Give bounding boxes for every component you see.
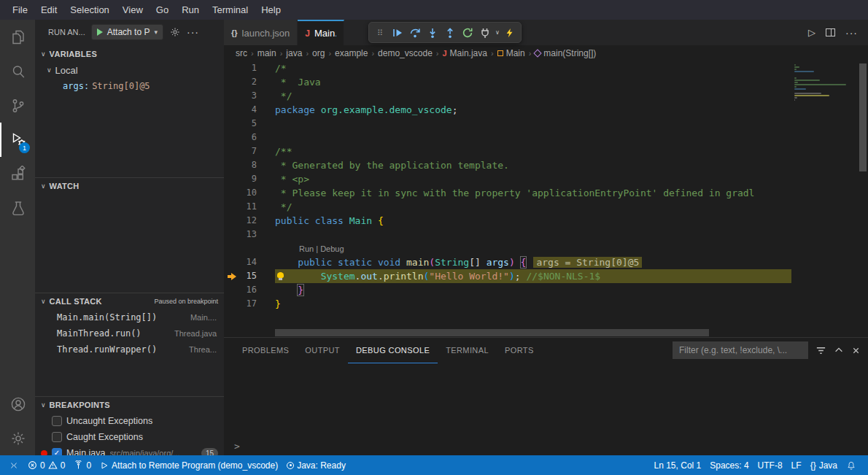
- line-number[interactable]: 1: [240, 61, 257, 75]
- line-number[interactable]: 14: [240, 255, 257, 269]
- step-out-button[interactable]: [441, 23, 459, 42]
- ports-status[interactable]: 0: [69, 455, 96, 475]
- cursor-position[interactable]: Ln 15, Col 1: [650, 455, 706, 475]
- variable-row[interactable]: args: String[0]@5: [35, 78, 224, 94]
- line-text[interactable]: */: [275, 89, 791, 103]
- breadcrumb-item[interactable]: demo_vscode: [376, 48, 434, 58]
- source-control-icon[interactable]: [0, 88, 35, 123]
- code-area[interactable]: 1/*2 * Java3 */4package org.example.demo…: [224, 61, 791, 327]
- line-text[interactable]: public static void main(String[] args) {…: [275, 255, 791, 269]
- problems-status[interactable]: 0 0: [23, 455, 69, 475]
- breakpoints-header[interactable]: ∨ BREAKPOINTS: [35, 397, 224, 413]
- line-number[interactable]: 10: [240, 186, 257, 200]
- scope-local[interactable]: ∨ Local: [35, 62, 224, 78]
- line-number[interactable]: 16: [240, 283, 257, 297]
- call-stack-header[interactable]: ∨ CALL STACK Paused on breakpoint: [35, 293, 224, 309]
- line-number[interactable]: 17: [240, 297, 257, 311]
- gutter-glyph[interactable]: [224, 75, 240, 89]
- gutter-glyph[interactable]: [224, 117, 240, 131]
- line-text[interactable]: }: [275, 297, 791, 311]
- testing-icon[interactable]: [0, 191, 35, 225]
- gutter-glyph[interactable]: [224, 214, 240, 228]
- continue-button[interactable]: [389, 23, 406, 42]
- java-status[interactable]: Java: Ready: [282, 455, 350, 475]
- line-text[interactable]: }: [275, 283, 791, 297]
- breadcrumb-item[interactable]: example: [333, 48, 369, 58]
- horizontal-scrollbar[interactable]: [275, 329, 791, 336]
- line-number[interactable]: 5: [240, 117, 257, 131]
- stack-frame[interactable]: MainThread.run()Thread.java: [35, 325, 224, 341]
- line-number[interactable]: 9: [240, 172, 257, 186]
- line-number[interactable]: 6: [240, 131, 257, 144]
- step-into-button[interactable]: [424, 23, 441, 42]
- panel-tab-debug-console[interactable]: DEBUG CONSOLE: [348, 338, 438, 363]
- language-mode[interactable]: {} Java: [806, 455, 842, 475]
- maximize-panel-icon[interactable]: [834, 345, 844, 355]
- vertical-scrollbar[interactable]: [858, 61, 868, 327]
- explorer-icon[interactable]: [0, 20, 35, 54]
- line-number[interactable]: 12: [240, 214, 257, 228]
- eol-status[interactable]: LF: [787, 455, 806, 475]
- line-number[interactable]: 11: [240, 200, 257, 214]
- start-debug-icon[interactable]: [97, 28, 103, 36]
- chevron-down-icon[interactable]: ∨: [494, 29, 501, 36]
- line-text[interactable]: package org.example.demo_vscode;: [275, 103, 791, 117]
- toolbar-drag-handle[interactable]: ⠿: [371, 23, 389, 42]
- line-text[interactable]: * Please keep it in sync with the proper…: [275, 186, 791, 200]
- line-text[interactable]: [275, 117, 791, 131]
- breadcrumb-item[interactable]: java: [284, 48, 303, 58]
- more-actions-icon[interactable]: ···: [187, 26, 199, 38]
- breadcrumb-item[interactable]: src: [234, 48, 249, 58]
- breakpoint-checkbox[interactable]: [52, 432, 62, 442]
- breakpoint-checkbox[interactable]: [52, 416, 62, 426]
- line-text[interactable]: /**: [275, 144, 791, 158]
- account-icon[interactable]: [0, 387, 35, 421]
- run-file-button[interactable]: ▷: [808, 27, 815, 38]
- scrollbar-thumb[interactable]: [859, 63, 867, 171]
- gutter-glyph[interactable]: [224, 144, 240, 158]
- encoding-status[interactable]: UTF-8: [753, 455, 787, 475]
- gutter-glyph[interactable]: [224, 158, 240, 172]
- breadcrumb-item[interactable]: org: [311, 48, 326, 58]
- split-editor-icon[interactable]: [826, 28, 835, 36]
- panel-tab-output[interactable]: OUTPUT: [297, 338, 348, 363]
- line-number[interactable]: 13: [240, 228, 257, 242]
- breakpoint-item[interactable]: Caught Exceptions: [35, 429, 224, 445]
- breadcrumb-item[interactable]: main(String[]): [533, 48, 597, 58]
- line-text[interactable]: public class Main {: [275, 214, 791, 228]
- notifications-bell-icon[interactable]: [842, 455, 861, 475]
- breadcrumb-item[interactable]: main: [256, 48, 278, 58]
- gutter-glyph[interactable]: [224, 297, 240, 311]
- line-text[interactable]: * Generated by the application template.: [275, 158, 791, 172]
- gutter-glyph[interactable]: [224, 228, 240, 242]
- search-icon[interactable]: [0, 54, 35, 88]
- gutter-glyph[interactable]: [224, 172, 240, 186]
- close-panel-icon[interactable]: [851, 346, 861, 355]
- menu-view[interactable]: View: [116, 0, 150, 20]
- filter-icon[interactable]: [815, 345, 826, 356]
- gutter-glyph[interactable]: [224, 200, 240, 214]
- scrollbar-thumb[interactable]: [275, 329, 709, 336]
- gutter-glyph[interactable]: [224, 269, 240, 283]
- line-number[interactable]: 7: [240, 144, 257, 158]
- stack-frame[interactable]: Main.main(String[])Main....: [35, 309, 224, 325]
- gutter-glyph[interactable]: [224, 186, 240, 200]
- gutter-glyph[interactable]: [224, 131, 240, 144]
- line-text[interactable]: * Java: [275, 75, 791, 89]
- menu-selection[interactable]: Selection: [63, 0, 115, 20]
- panel-tab-terminal[interactable]: TERMINAL: [438, 338, 497, 363]
- line-text[interactable]: [275, 131, 791, 144]
- line-number[interactable]: 2: [240, 75, 257, 89]
- line-number[interactable]: 4: [240, 103, 257, 117]
- gutter-glyph[interactable]: [224, 255, 240, 269]
- panel-tab-problems[interactable]: PROBLEMS: [234, 338, 297, 363]
- breadcrumb-item[interactable]: JMain.java: [441, 48, 488, 58]
- minimap[interactable]: [791, 61, 858, 327]
- step-over-button[interactable]: [406, 23, 424, 42]
- tab-main-java[interactable]: J Main.java: [298, 20, 344, 45]
- panel-tab-ports[interactable]: PORTS: [497, 338, 542, 363]
- line-number[interactable]: 3: [240, 89, 257, 103]
- lightbulb-icon[interactable]: [277, 272, 284, 278]
- codelens-run-debug[interactable]: Run | Debug: [275, 244, 344, 253]
- line-text[interactable]: */: [275, 200, 791, 214]
